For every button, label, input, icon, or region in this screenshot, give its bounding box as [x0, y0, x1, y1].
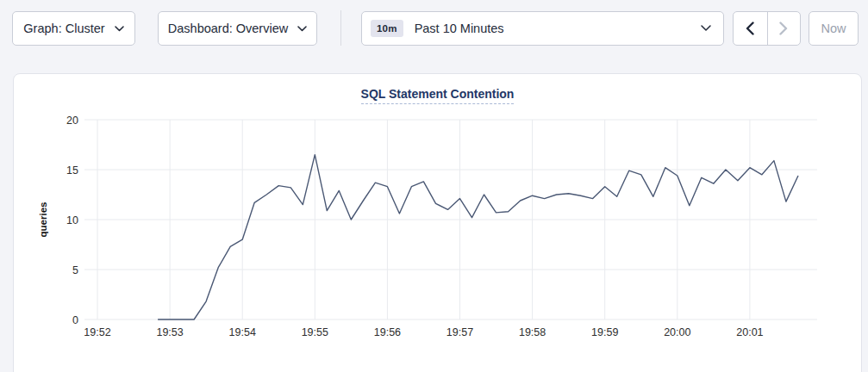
y-tick-label: 15: [66, 164, 78, 177]
x-tick-label: 19:59: [591, 326, 618, 338]
chart-panel: 0510152019:5219:5319:5419:5519:5619:5719…: [13, 73, 862, 372]
chevron-down-icon: [115, 26, 124, 32]
chevron-down-icon: [701, 25, 711, 32]
prev-time-button[interactable]: [734, 12, 767, 45]
y-tick-label: 20: [66, 115, 78, 127]
time-range-label: Past 10 Minutes: [415, 22, 504, 35]
x-tick-label: 20:01: [736, 326, 763, 338]
time-stepper: [733, 11, 801, 46]
x-tick-label: 19:56: [374, 326, 401, 338]
contention-chart[interactable]: 0510152019:5219:5319:5419:5519:5619:5719…: [14, 74, 863, 372]
chart-title-row: SQL Statement Contention: [14, 86, 861, 104]
time-range-badge: 10m: [371, 20, 403, 37]
x-tick-label: 19:52: [84, 326, 110, 338]
x-tick-label: 19:58: [519, 326, 546, 338]
dashboard-dropdown[interactable]: Dashboard: Overview: [158, 11, 317, 46]
now-button-label: Now: [821, 22, 846, 35]
graph-dropdown[interactable]: Graph: Cluster: [12, 11, 135, 46]
y-tick-label: 0: [72, 314, 78, 326]
graph-dropdown-label: Graph: Cluster: [23, 22, 104, 35]
x-tick-label: 19:54: [229, 326, 256, 338]
y-tick-label: 10: [66, 214, 78, 226]
dashboard-dropdown-label: Dashboard: Overview: [168, 22, 288, 35]
x-tick-label: 19:55: [302, 326, 328, 338]
chart-title[interactable]: SQL Statement Contention: [361, 87, 515, 104]
y-axis-label: queries: [38, 202, 48, 238]
y-tick-label: 5: [72, 264, 78, 276]
chevron-right-icon: [779, 22, 788, 35]
time-range-picker[interactable]: 10m Past 10 Minutes: [361, 11, 724, 46]
x-tick-label: 20:00: [664, 326, 690, 338]
toolbar-divider: [340, 10, 341, 46]
now-button[interactable]: Now: [809, 11, 859, 46]
next-time-button[interactable]: [767, 12, 801, 45]
chevron-left-icon: [746, 22, 754, 35]
x-tick-label: 19:57: [446, 326, 473, 338]
series-line: [158, 155, 798, 319]
chevron-down-icon: [297, 26, 307, 32]
x-tick-label: 19:53: [156, 326, 183, 338]
